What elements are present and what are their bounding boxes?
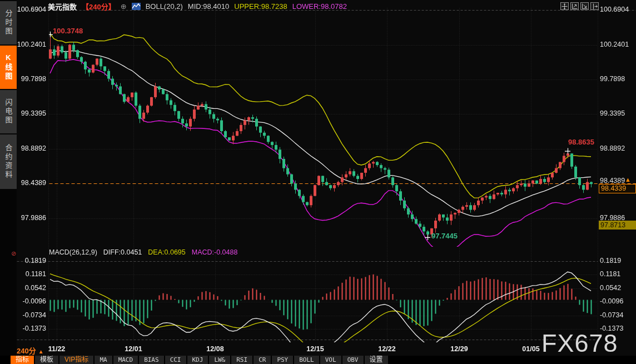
price-axis-label: 100.6904	[600, 6, 629, 13]
price-axis-label: 100.2401	[17, 41, 46, 48]
price-axis-label: 99.3395	[17, 109, 46, 117]
macd-axis-label: -0.1373	[17, 325, 46, 332]
price-axis-label: 100.6904	[17, 6, 46, 13]
macd-axis-label: -0.0734	[17, 311, 46, 319]
macd-axis-label: -0.1373	[600, 325, 623, 332]
boll-mid-value: MID:98.4010	[188, 2, 229, 11]
toolbar-item-rsi[interactable]: RSI	[231, 356, 252, 364]
macd-axis-label: -0.0734	[600, 311, 623, 319]
price-axis-label: 98.8892	[600, 144, 625, 152]
date-tick: 12/29	[446, 345, 472, 353]
macd-axis-label: 0.1819	[17, 257, 46, 265]
price-axis-label: 98.8892	[17, 144, 46, 152]
price-axis-label: 100.2401	[600, 41, 629, 48]
macd-dea-value: DEA:0.0695	[148, 248, 185, 256]
price-axis-label: 99.3395	[600, 109, 625, 117]
price-axis-label: 99.7898	[17, 75, 46, 83]
trading-app-window: 分时图 K线图 闪电图 合约资料 美元指数 【240分】 ⊕ BOLL(20,2…	[0, 0, 636, 364]
date-tick: 12/15	[302, 345, 328, 353]
chart-header: 美元指数 【240分】 ⊕ BOLL(20,2) MID:98.4010 UPP…	[48, 2, 347, 11]
price-axis-label: 99.7898	[600, 75, 625, 83]
sidebar-tab-candlestick-chart[interactable]: K线图	[0, 46, 17, 89]
toolbar-item-settings[interactable]: 设置	[365, 356, 388, 364]
macd-diff-value: DIFF:0.0451	[103, 248, 142, 256]
price-axis-label: 97.9886	[17, 214, 46, 222]
annotation-swing-low: 97.7445	[431, 232, 458, 240]
macd-axis-label: 0.1181	[600, 270, 620, 278]
boll-upper-value: UPPER:98.7238	[234, 2, 287, 11]
zoom-out-axis-icon[interactable]	[580, 2, 589, 10]
macd-title: MACD(26,12,9)	[49, 248, 97, 256]
price-axis-label: 98.4389	[600, 177, 625, 185]
date-tick: 12/08	[202, 345, 228, 353]
current-price-badge: 98.4339	[599, 184, 636, 193]
toolbar-item-boll[interactable]: BOLL	[294, 356, 319, 364]
toolbar-item-ma[interactable]: MA	[95, 356, 112, 364]
main-chart-canvas[interactable]	[0, 0, 636, 364]
macd-hist-value: MACD:-0.0488	[192, 248, 238, 256]
move-chart-icon[interactable]	[560, 2, 569, 10]
macd-axis-label: 0.1819	[600, 257, 621, 265]
boll-lower-value: LOWER:98.0782	[292, 2, 347, 11]
date-tick: 01/05	[518, 345, 544, 353]
toolbar-item-lw[interactable]: LW&	[209, 356, 230, 364]
exit-pane-icon[interactable]	[590, 2, 599, 10]
macd-axis-label: 0.0542	[600, 284, 621, 292]
toolbar-item-indicators[interactable]: 指标	[11, 356, 34, 364]
macd-axis-label: 0.1181	[17, 270, 46, 278]
boll-indicator-label: BOLL(20,2)	[146, 2, 183, 11]
left-sidebar: 分时图 K线图 闪电图 合约资料	[0, 0, 17, 356]
annotation-start-high: 100.3748	[53, 27, 83, 35]
period-label: 【240分】	[82, 1, 116, 12]
toolbar-item-macd[interactable]: MACD	[113, 356, 138, 364]
toolbar-item-vol[interactable]: VOL	[320, 356, 341, 364]
period-selector[interactable]: 240分▲	[17, 345, 44, 356]
toolbar-item-kdj[interactable]: KDJ	[187, 356, 208, 364]
toolbar-item-templates[interactable]: 模板	[35, 356, 58, 364]
macd-axis-label: -0.0096	[600, 297, 623, 305]
date-tick: 12/22	[374, 345, 400, 353]
sidebar-tab-lightning-chart[interactable]: 闪电图	[0, 90, 17, 133]
window-toolbar	[560, 2, 599, 10]
macd-pane-icon[interactable]: ⊘	[11, 250, 16, 257]
price-up-arrow-icon: ▲	[625, 176, 631, 183]
sidebar-tab-contract-info[interactable]: 合约资料	[0, 134, 17, 189]
annotation-swing-high: 98.8635	[568, 138, 594, 146]
toolbar-item-bias[interactable]: BIAS	[139, 356, 164, 364]
chart-style-icon[interactable]	[132, 3, 141, 10]
lower-band-price-badge: 97.8713	[599, 221, 636, 230]
macd-header: MACD(26,12,9) DIFF:0.0451 DEA:0.0695 MAC…	[49, 248, 237, 256]
compare-icon[interactable]: ⊕	[121, 2, 127, 11]
toolbar-item-cr[interactable]: CR	[254, 356, 271, 364]
period-selector-label: 240分	[17, 347, 36, 355]
macd-axis-label: -0.0096	[17, 297, 46, 305]
symbol-name: 美元指数	[48, 1, 77, 12]
sidebar-tab-time-chart[interactable]: 分时图	[0, 1, 17, 44]
date-tick: 11/22	[44, 345, 69, 353]
macd-axis-label: 0.0542	[17, 284, 46, 292]
price-axis-label: 98.4389	[17, 179, 46, 187]
toolbar-item-cci[interactable]: CCI	[165, 356, 186, 364]
toolbar-item-vip[interactable]: VIP指标	[59, 356, 93, 364]
toolbar-item-psy[interactable]: PSY	[272, 356, 293, 364]
zoom-in-axis-icon[interactable]	[570, 2, 579, 10]
toolbar-item-obv[interactable]: OBV	[342, 356, 364, 364]
date-tick: 12/01	[121, 345, 146, 353]
dropdown-arrow-icon: ▲	[38, 348, 44, 355]
indicator-toolbar: 指标 模板 VIP指标 MA MACD BIAS CCI KDJ LW& RSI…	[0, 356, 636, 364]
